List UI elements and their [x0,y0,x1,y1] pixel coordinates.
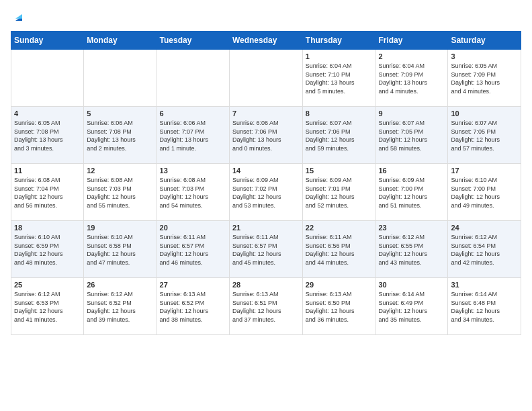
day-number: 3 [451,52,518,60]
calendar-cell: 1Sunrise: 6:04 AM Sunset: 7:10 PM Daylig… [302,50,375,107]
calendar-week-2: 4Sunrise: 6:05 AM Sunset: 7:08 PM Daylig… [11,107,521,164]
day-number: 1 [306,52,373,60]
day-info: Sunrise: 6:10 AM Sunset: 7:00 PM Dayligh… [451,176,518,210]
calendar-cell: 20Sunrise: 6:11 AM Sunset: 6:57 PM Dayli… [157,221,229,278]
calendar-cell: 4Sunrise: 6:05 AM Sunset: 7:08 PM Daylig… [11,107,84,164]
calendar-cell: 29Sunrise: 6:13 AM Sunset: 6:50 PM Dayli… [302,278,375,335]
day-info: Sunrise: 6:13 AM Sunset: 6:50 PM Dayligh… [306,290,373,324]
calendar-table: SundayMondayTuesdayWednesdayThursdayFrid… [11,31,521,335]
day-number: 15 [306,167,373,175]
day-number: 10 [451,109,518,118]
day-number: 5 [87,109,153,118]
day-number: 11 [14,167,81,175]
day-info: Sunrise: 6:07 AM Sunset: 7:05 PM Dayligh… [451,119,518,152]
day-header-tuesday: Tuesday [157,32,229,50]
day-info: Sunrise: 6:14 AM Sunset: 6:48 PM Dayligh… [451,290,518,324]
day-number: 30 [378,281,445,289]
calendar-cell [157,50,229,107]
calendar-week-5: 25Sunrise: 6:12 AM Sunset: 6:53 PM Dayli… [11,278,521,335]
day-info: Sunrise: 6:11 AM Sunset: 6:57 PM Dayligh… [232,233,300,267]
day-info: Sunrise: 6:04 AM Sunset: 7:09 PM Dayligh… [378,62,445,95]
calendar-cell: 17Sunrise: 6:10 AM Sunset: 7:00 PM Dayli… [448,164,521,221]
calendar-cell: 18Sunrise: 6:10 AM Sunset: 6:59 PM Dayli… [11,221,84,278]
calendar-cell [84,50,157,107]
day-header-sunday: Sunday [11,32,84,50]
calendar-week-1: 1Sunrise: 6:04 AM Sunset: 7:10 PM Daylig… [11,50,521,107]
day-info: Sunrise: 6:05 AM Sunset: 7:08 PM Dayligh… [14,119,81,152]
day-info: Sunrise: 6:12 AM Sunset: 6:54 PM Dayligh… [451,233,518,267]
day-number: 14 [232,167,300,175]
day-number: 23 [378,224,445,232]
day-number: 4 [14,109,81,118]
calendar-cell: 16Sunrise: 6:09 AM Sunset: 7:00 PM Dayli… [375,164,448,221]
day-number: 26 [87,281,153,289]
day-header-thursday: Thursday [302,32,375,50]
day-info: Sunrise: 6:12 AM Sunset: 6:53 PM Dayligh… [14,290,81,324]
logo-icon [12,11,26,24]
day-header-monday: Monday [84,32,157,50]
day-info: Sunrise: 6:12 AM Sunset: 6:55 PM Dayligh… [378,233,445,267]
day-info: Sunrise: 6:13 AM Sunset: 6:51 PM Dayligh… [232,290,300,324]
day-info: Sunrise: 6:06 AM Sunset: 7:08 PM Dayligh… [87,119,153,152]
day-number: 8 [306,109,373,118]
day-number: 12 [87,167,153,175]
calendar-cell: 25Sunrise: 6:12 AM Sunset: 6:53 PM Dayli… [11,278,84,335]
day-info: Sunrise: 6:09 AM Sunset: 7:01 PM Dayligh… [306,176,373,210]
calendar-week-4: 18Sunrise: 6:10 AM Sunset: 6:59 PM Dayli… [11,221,521,278]
day-number: 6 [160,109,226,118]
calendar-cell: 15Sunrise: 6:09 AM Sunset: 7:01 PM Dayli… [302,164,375,221]
day-number: 25 [14,281,81,289]
calendar-cell: 26Sunrise: 6:12 AM Sunset: 6:52 PM Dayli… [84,278,157,335]
day-number: 7 [232,109,300,118]
day-number: 16 [378,167,445,175]
logo [11,11,26,24]
day-info: Sunrise: 6:07 AM Sunset: 7:05 PM Dayligh… [378,119,445,152]
day-number: 24 [451,224,518,232]
day-header-saturday: Saturday [448,32,521,50]
day-number: 13 [160,167,226,175]
calendar-cell: 23Sunrise: 6:12 AM Sunset: 6:55 PM Dayli… [375,221,448,278]
calendar-cell: 5Sunrise: 6:06 AM Sunset: 7:08 PM Daylig… [84,107,157,164]
day-header-wednesday: Wednesday [229,32,302,50]
day-info: Sunrise: 6:07 AM Sunset: 7:06 PM Dayligh… [306,119,373,152]
calendar-cell: 13Sunrise: 6:08 AM Sunset: 7:03 PM Dayli… [157,164,229,221]
day-info: Sunrise: 6:14 AM Sunset: 6:49 PM Dayligh… [378,290,445,324]
day-number: 18 [14,224,81,232]
day-info: Sunrise: 6:10 AM Sunset: 6:59 PM Dayligh… [14,233,81,267]
calendar-cell: 31Sunrise: 6:14 AM Sunset: 6:48 PM Dayli… [448,278,521,335]
calendar-cell: 2Sunrise: 6:04 AM Sunset: 7:09 PM Daylig… [375,50,448,107]
calendar-cell: 19Sunrise: 6:10 AM Sunset: 6:58 PM Dayli… [84,221,157,278]
calendar-cell: 24Sunrise: 6:12 AM Sunset: 6:54 PM Dayli… [448,221,521,278]
day-number: 28 [232,281,300,289]
day-info: Sunrise: 6:04 AM Sunset: 7:10 PM Dayligh… [306,62,373,95]
calendar-cell: 9Sunrise: 6:07 AM Sunset: 7:05 PM Daylig… [375,107,448,164]
calendar-week-3: 11Sunrise: 6:08 AM Sunset: 7:04 PM Dayli… [11,164,521,221]
svg-marker-1 [15,14,22,19]
calendar-cell: 11Sunrise: 6:08 AM Sunset: 7:04 PM Dayli… [11,164,84,221]
calendar-cell: 12Sunrise: 6:08 AM Sunset: 7:03 PM Dayli… [84,164,157,221]
day-number: 27 [160,281,226,289]
day-number: 29 [306,281,373,289]
day-number: 31 [451,281,518,289]
day-header-friday: Friday [375,32,448,50]
day-number: 20 [160,224,226,232]
calendar-cell: 7Sunrise: 6:06 AM Sunset: 7:06 PM Daylig… [229,107,302,164]
calendar-cell: 30Sunrise: 6:14 AM Sunset: 6:49 PM Dayli… [375,278,448,335]
page-header [11,11,521,24]
day-info: Sunrise: 6:09 AM Sunset: 7:00 PM Dayligh… [378,176,445,210]
day-info: Sunrise: 6:06 AM Sunset: 7:06 PM Dayligh… [232,119,300,152]
calendar-header-row: SundayMondayTuesdayWednesdayThursdayFrid… [11,32,521,50]
calendar-cell: 10Sunrise: 6:07 AM Sunset: 7:05 PM Dayli… [448,107,521,164]
day-info: Sunrise: 6:06 AM Sunset: 7:07 PM Dayligh… [160,119,226,152]
day-number: 21 [232,224,300,232]
day-info: Sunrise: 6:08 AM Sunset: 7:04 PM Dayligh… [14,176,81,210]
day-number: 19 [87,224,153,232]
day-info: Sunrise: 6:10 AM Sunset: 6:58 PM Dayligh… [87,233,153,267]
day-info: Sunrise: 6:11 AM Sunset: 6:57 PM Dayligh… [160,233,226,267]
calendar-cell [229,50,302,107]
day-info: Sunrise: 6:11 AM Sunset: 6:56 PM Dayligh… [306,233,373,267]
calendar-cell: 8Sunrise: 6:07 AM Sunset: 7:06 PM Daylig… [302,107,375,164]
day-number: 9 [378,109,445,118]
day-info: Sunrise: 6:05 AM Sunset: 7:09 PM Dayligh… [451,62,518,95]
calendar-cell: 6Sunrise: 6:06 AM Sunset: 7:07 PM Daylig… [157,107,229,164]
